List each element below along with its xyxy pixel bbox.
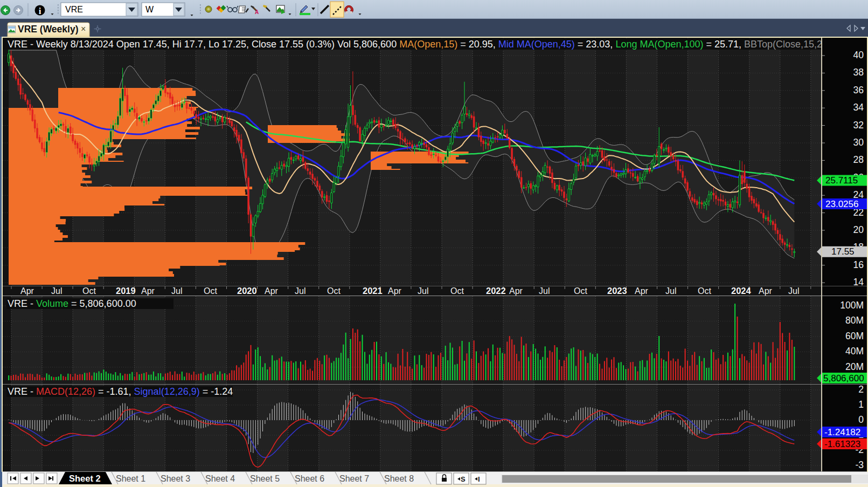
- svg-text:Sheet 4: Sheet 4: [205, 474, 235, 483]
- svg-text:Apr: Apr: [141, 286, 155, 296]
- svg-text:30: 30: [853, 137, 864, 148]
- svg-text:Jul: Jul: [171, 286, 182, 296]
- svg-text:2019: 2019: [116, 286, 136, 296]
- svg-text:1: 1: [858, 399, 864, 410]
- svg-text:20M: 20M: [845, 361, 864, 372]
- svg-text:Oct: Oct: [327, 286, 341, 296]
- svg-text:2023: 2023: [607, 286, 627, 296]
- svg-text:-1.24182: -1.24182: [824, 427, 860, 437]
- svg-text:2020: 2020: [237, 286, 257, 296]
- svg-text:17.55: 17.55: [831, 246, 855, 257]
- svg-text:Sheet 3: Sheet 3: [161, 474, 190, 483]
- svg-text:VRE - MACD(12,26) = -1.61, Sig: VRE - MACD(12,26) = -1.61, Signal(12,26,…: [8, 386, 233, 397]
- svg-text:38: 38: [853, 67, 864, 78]
- svg-text:5,806,600: 5,806,600: [823, 373, 864, 383]
- svg-text:23.0256: 23.0256: [825, 199, 858, 209]
- svg-text:Oct: Oct: [698, 286, 711, 296]
- svg-text:Jul: Jul: [539, 286, 550, 296]
- svg-text:14: 14: [853, 277, 864, 287]
- svg-text:Sheet 2: Sheet 2: [69, 474, 101, 483]
- svg-text:Apr: Apr: [509, 286, 523, 296]
- svg-text:Sheet 6: Sheet 6: [295, 474, 324, 483]
- svg-text:S: S: [461, 475, 466, 483]
- svg-text:Oct: Oct: [82, 286, 96, 296]
- svg-text:Oct: Oct: [450, 286, 464, 296]
- svg-text:2021: 2021: [363, 286, 383, 296]
- svg-text:40M: 40M: [845, 346, 864, 356]
- svg-text:34: 34: [853, 102, 864, 113]
- svg-text:32: 32: [853, 120, 864, 131]
- svg-text:VRE: VRE: [65, 5, 83, 14]
- svg-text:Jul: Jul: [665, 286, 676, 296]
- svg-text:VRE - Weekly 8/13/2024 Open 17: VRE - Weekly 8/13/2024 Open 17.45, Hi 17…: [8, 39, 822, 50]
- svg-text:28: 28: [853, 154, 864, 165]
- svg-text:2022: 2022: [486, 286, 506, 296]
- svg-text:100M: 100M: [840, 300, 864, 311]
- svg-text:Sheet 1: Sheet 1: [116, 474, 145, 483]
- svg-text:Jul: Jul: [295, 286, 305, 296]
- svg-text:W: W: [145, 5, 154, 14]
- svg-text:Sheet 7: Sheet 7: [339, 474, 369, 483]
- svg-text:×: ×: [81, 24, 86, 33]
- svg-text:VRE - Volume = 5,806,600.00: VRE - Volume = 5,806,600.00: [8, 298, 136, 309]
- svg-text:20: 20: [853, 224, 864, 235]
- svg-text:Oct: Oct: [204, 286, 217, 296]
- svg-text:Sheet 5: Sheet 5: [250, 474, 280, 483]
- svg-text:i: i: [39, 6, 41, 16]
- svg-text:Jul: Jul: [788, 286, 799, 296]
- svg-text:0: 0: [858, 414, 864, 425]
- svg-text:Sheet 8: Sheet 8: [384, 474, 414, 483]
- svg-text:Jul: Jul: [418, 286, 428, 296]
- svg-text:80M: 80M: [845, 315, 864, 326]
- svg-text:-1.61323: -1.61323: [824, 439, 860, 449]
- svg-text:40: 40: [853, 50, 864, 60]
- svg-text:2: 2: [858, 384, 864, 395]
- svg-text:25.7115: 25.7115: [825, 175, 858, 186]
- svg-text:-3: -3: [855, 459, 864, 470]
- svg-text:A: A: [255, 9, 259, 15]
- svg-text:2024: 2024: [731, 286, 752, 296]
- svg-text:Oct: Oct: [574, 286, 587, 296]
- svg-text:I: I: [478, 475, 480, 483]
- svg-text:Apr: Apr: [265, 286, 279, 296]
- svg-text:Apr: Apr: [388, 286, 402, 296]
- svg-text:Apr: Apr: [635, 286, 649, 296]
- svg-text:VRE (Weekly): VRE (Weekly): [18, 24, 79, 35]
- svg-text:Apr: Apr: [759, 286, 773, 296]
- svg-text:Jul: Jul: [51, 286, 62, 296]
- svg-text:36: 36: [853, 85, 864, 95]
- svg-text:16: 16: [853, 259, 864, 270]
- svg-text:Apr: Apr: [20, 286, 34, 296]
- svg-text:60M: 60M: [845, 331, 864, 341]
